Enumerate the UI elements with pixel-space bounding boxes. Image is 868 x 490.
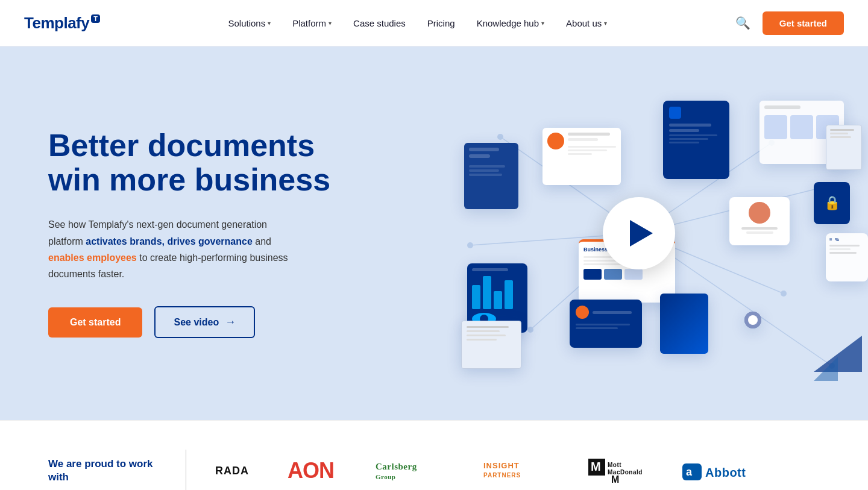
play-icon [630,220,653,247]
hero-buttons: Get started See video → [48,306,330,338]
hero-section: Better documents win more business See h… [0,46,868,420]
svg-text:Group: Group [376,473,395,480]
message-card [570,300,642,348]
logo-text: Templafy [24,14,89,33]
partner-mott-macdonald: M Mott MacDonald M [588,457,643,485]
stats-card: ≡ % [826,233,868,281]
hero-title: Better documents win more business [48,128,330,197]
hero-get-started-button[interactable]: Get started [48,307,142,338]
svg-text:Mott: Mott [608,462,621,468]
video-play-button[interactable] [603,197,675,269]
decorative-shape-2 [814,357,838,381]
svg-point-7 [497,134,503,140]
hero-description: See how Templafy's next-gen document gen… [48,216,301,282]
hero-content: Better documents win more business See h… [48,128,330,338]
svg-text:PARTNERS: PARTNERS [483,472,521,479]
doc-card-1 [464,143,518,209]
chevron-down-icon: ▾ [541,20,544,27]
lock-card: 🔒 [814,182,850,224]
carlsberg-logo-icon: Carlsberg Group [373,457,445,485]
svg-marker-15 [814,357,838,381]
svg-point-10 [527,327,533,333]
decorative-doc-bottom-left [461,321,521,369]
nav-case-studies[interactable]: Case studies [353,18,406,28]
doc-card-3 [663,101,729,179]
svg-text:a: a [686,466,693,478]
search-icon: 🔍 [735,16,750,30]
partner-abbott: a Abbott [681,457,753,485]
nav-right: 🔍 Get started [735,11,844,35]
nav-about-us[interactable]: About us ▾ [566,18,607,28]
chevron-down-icon: ▾ [268,20,271,27]
nav-pricing[interactable]: Pricing [427,18,455,28]
svg-text:M: M [591,460,601,473]
svg-text:INSIGHT: INSIGHT [483,461,520,470]
search-button[interactable]: 🔍 [735,16,750,30]
decorative-doc-top-right [826,125,862,170]
logo[interactable]: Templafy T [24,14,100,33]
nav-solutions[interactable]: Solutions ▾ [228,18,271,28]
nav-knowledge-hub[interactable]: Knowledge hub ▾ [477,18,544,28]
svg-point-13 [467,242,473,248]
partners-section: We are proud to work with RADA AON Carls… [0,420,868,490]
insight-logo-icon: INSIGHT PARTNERS [483,457,550,485]
avatar-card-1 [729,197,790,245]
partners-divider [186,450,186,490]
partner-aon: AON [288,458,334,483]
partner-carlsberg: Carlsberg Group [373,457,445,485]
svg-text:Carlsberg: Carlsberg [376,462,417,471]
mott-logo-icon: M Mott MacDonald M [588,457,643,485]
svg-text:M: M [611,474,620,485]
nav-links: Solutions ▾ Platform ▾ Case studies Pric… [228,18,607,28]
abbott-logo-icon: a Abbott [681,457,753,485]
chevron-down-icon: ▾ [604,20,607,27]
hero-illustration: Business Presentation [410,64,868,402]
doc-card-2 [542,128,621,185]
partner-rada: RADA [215,465,249,477]
partners-label: We are proud to work with [48,457,157,484]
chevron-down-icon: ▾ [329,20,332,27]
blue-3d-box [660,294,708,354]
logo-badge: T [91,14,100,23]
hero-see-video-button[interactable]: See video → [154,306,255,338]
partners-logos: RADA AON Carlsberg Group INSIGHT PARTNER… [215,457,753,485]
nav-platform[interactable]: Platform ▾ [292,18,332,28]
svg-point-9 [781,291,787,297]
avatar-card-2 [744,312,761,328]
partner-insight: INSIGHT PARTNERS [483,457,550,485]
arrow-right-icon: → [225,316,236,328]
nav-get-started-button[interactable]: Get started [763,11,844,35]
svg-text:Abbott: Abbott [705,466,746,479]
navbar: Templafy T Solutions ▾ Platform ▾ Case s… [0,0,868,46]
